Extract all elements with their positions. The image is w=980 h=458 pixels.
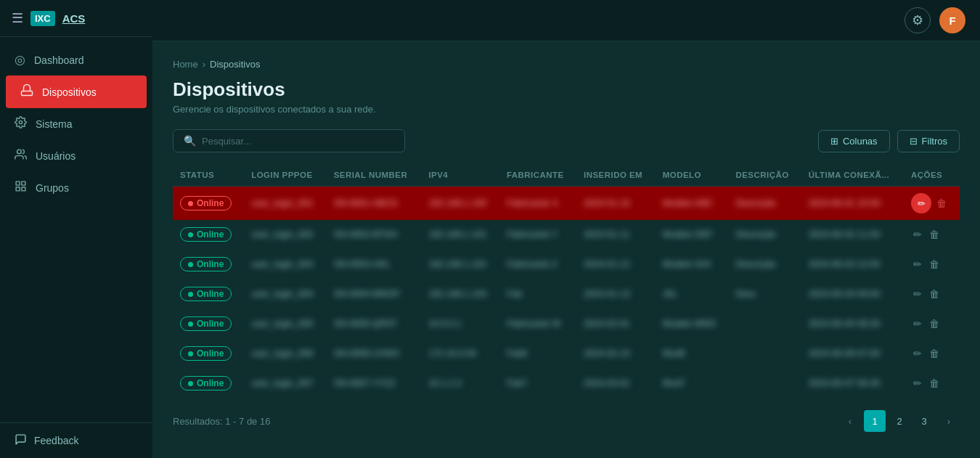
status-dot xyxy=(188,201,193,206)
delete-button[interactable]: 🗑 xyxy=(927,345,942,361)
status-dot xyxy=(188,262,193,267)
sidebar-feedback[interactable]: Feedback xyxy=(0,422,152,458)
page-1-button[interactable]: 1 xyxy=(864,410,886,432)
hamburger-icon[interactable]: ☰ xyxy=(12,10,23,26)
table-row[interactable]: Online user_login_001 SN-0001-ABCD 192.1… xyxy=(173,187,960,221)
status-cell: Online xyxy=(173,220,244,250)
col-ultima: ÚLTIMA CONEXÃ... xyxy=(801,164,904,187)
logo-text: ACS xyxy=(62,12,86,25)
inserido-cell: 2024-01-12 xyxy=(576,250,656,279)
col-inserido: INSERIDO EM xyxy=(576,164,656,187)
sidebar-item-usuarios[interactable]: Usuários xyxy=(0,140,152,172)
delete-button[interactable]: 🗑 xyxy=(927,226,942,242)
ipv4-cell: 10.0.0.1 xyxy=(421,309,499,339)
svg-rect-5 xyxy=(22,187,25,191)
status-badge: Online xyxy=(180,196,232,210)
status-cell: Online xyxy=(173,339,244,369)
status-cell: Online xyxy=(173,187,244,221)
edit-button[interactable]: ✏ xyxy=(911,316,924,332)
search-icon: 🔍 xyxy=(184,135,196,147)
ipv4-cell: 192.168.1.100 xyxy=(421,187,499,221)
status-badge: Online xyxy=(180,316,232,331)
dashboard-icon: ◎ xyxy=(15,52,25,68)
delete-button[interactable]: 🗑 xyxy=(927,375,942,391)
table-row[interactable]: Online user_login_007 SN-0007-YYZZ 10.1.… xyxy=(173,369,960,398)
sidebar-item-grupos[interactable]: Grupos xyxy=(0,172,152,204)
delete-button[interactable]: 🗑 xyxy=(927,256,942,272)
svg-point-2 xyxy=(17,150,22,154)
fabricante-cell: Fabricante Y xyxy=(499,220,576,250)
svg-rect-0 xyxy=(22,91,33,96)
edit-button[interactable]: ✏ xyxy=(911,226,924,242)
status-badge: Online xyxy=(180,227,232,242)
status-dot xyxy=(188,351,193,356)
fabricante-cell: Fabricante Z xyxy=(499,250,576,279)
ultima-cell: 2024-06-01 10:00 xyxy=(801,187,904,221)
descricao-cell xyxy=(728,309,801,339)
next-page-button[interactable]: › xyxy=(938,410,960,432)
descricao-cell: Descrição xyxy=(728,187,801,221)
search-box[interactable]: 🔍 xyxy=(173,129,405,152)
acoes-cell: ✏ 🗑 xyxy=(904,250,960,279)
user-avatar[interactable]: F xyxy=(939,7,965,33)
columns-button[interactable]: ⊞ Colunas xyxy=(818,130,890,152)
acoes-cell: ✏ 🗑 xyxy=(904,369,960,398)
ipv4-cell: 192.168.1.102 xyxy=(421,250,499,279)
delete-button[interactable]: 🗑 xyxy=(934,195,949,211)
edit-button[interactable]: ✏ xyxy=(911,345,924,361)
edit-button[interactable]: ✏ xyxy=(911,286,924,302)
login-cell: user_login_001 xyxy=(244,187,326,221)
filters-button[interactable]: ⊟ Filtros xyxy=(897,130,960,152)
search-input[interactable] xyxy=(202,136,394,147)
col-acoes: AÇÕES xyxy=(904,164,960,187)
sidebar-item-dispositivos[interactable]: Dispositivos xyxy=(6,75,147,108)
table-row[interactable]: Online user_login_002 SN-0002-EFGH 192.1… xyxy=(173,220,960,250)
edit-button[interactable]: ✏ xyxy=(911,375,924,391)
inserido-cell: 2024-03-01 xyxy=(576,369,656,398)
table-row[interactable]: Online user_login_003 SN-0003-IJKL 192.1… xyxy=(173,250,960,279)
modelo-cell: JKL xyxy=(656,279,729,309)
delete-button[interactable]: 🗑 xyxy=(927,316,942,332)
fabricante-cell: Fab6 xyxy=(499,339,576,369)
status-badge: Online xyxy=(180,257,232,271)
page-3-button[interactable]: 3 xyxy=(913,410,935,432)
page-2-button[interactable]: 2 xyxy=(889,410,910,432)
table-row[interactable]: Online user_login_005 SN-0005-QRST 10.0.… xyxy=(173,309,960,339)
acoes-cell: ✏ 🗑 xyxy=(904,220,960,250)
table-row[interactable]: Online user_login_004 SN-0004-MNOP 192.1… xyxy=(173,279,960,309)
ultima-cell: 2024-06-02 11:00 xyxy=(801,220,904,250)
ultima-cell: 2024-06-06 07:00 xyxy=(801,339,904,369)
table-row[interactable]: Online user_login_006 SN-0006-UVWX 172.1… xyxy=(173,339,960,369)
sidebar-item-sistema[interactable]: Sistema xyxy=(0,108,152,140)
results-text: Resultados: 1 - 7 de 16 xyxy=(173,416,270,427)
login-cell: user_login_007 xyxy=(244,369,326,398)
modelo-cell: Modelo ABC xyxy=(656,187,729,221)
breadcrumb-current: Dispositivos xyxy=(210,59,260,70)
serial-cell: SN-0002-EFGH xyxy=(327,220,422,250)
sidebar-item-label: Usuários xyxy=(36,150,75,162)
login-cell: user_login_004 xyxy=(244,279,326,309)
toolbar: 🔍 ⊞ Colunas ⊟ Filtros xyxy=(173,129,960,152)
col-ipv4: IPV4 xyxy=(421,164,499,187)
edit-button[interactable]: ✏ xyxy=(911,193,931,213)
acoes-cell: ✏ 🗑 xyxy=(904,339,960,369)
feedback-icon xyxy=(15,433,27,448)
prev-page-button[interactable]: ‹ xyxy=(839,410,861,432)
descricao-cell xyxy=(728,339,801,369)
ultima-cell: 2024-06-07 06:45 xyxy=(801,369,904,398)
sidebar-item-label: Dispositivos xyxy=(42,86,97,98)
sidebar-item-dashboard[interactable]: ◎ Dashboard xyxy=(0,44,152,75)
col-login: LOGIN PPPOE xyxy=(244,164,326,187)
settings-button[interactable]: ⚙ xyxy=(905,7,931,33)
sidebar-item-label: Grupos xyxy=(36,182,69,194)
col-fabricante: FABRICANTE xyxy=(499,164,576,187)
edit-button[interactable]: ✏ xyxy=(911,256,924,272)
filter-icon: ⊟ xyxy=(910,136,918,147)
breadcrumb-home[interactable]: Home xyxy=(173,59,198,70)
inserido-cell: 2024-02-01 xyxy=(576,309,656,339)
inserido-cell: 2024-01-11 xyxy=(576,220,656,250)
delete-button[interactable]: 🗑 xyxy=(927,286,942,302)
fabricante-cell: Fabricante X xyxy=(499,187,576,221)
ultima-cell: 2024-06-05 08:30 xyxy=(801,309,904,339)
serial-cell: SN-0007-YYZZ xyxy=(327,369,422,398)
